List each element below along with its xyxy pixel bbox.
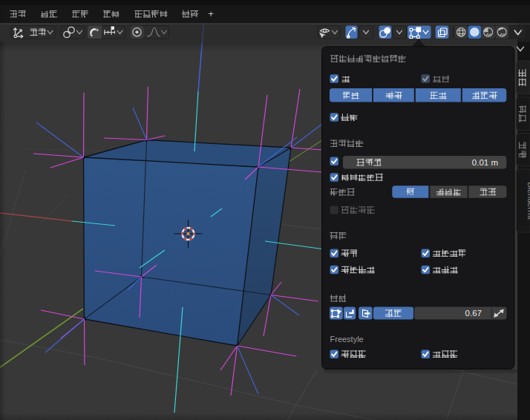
svg-text:0.01 m: 0.01 m — [472, 158, 498, 167]
svg-text:Freestyle: Freestyle — [330, 335, 364, 344]
svg-text:+: + — [208, 8, 214, 19]
svg-text:BlenderKit: BlenderKit — [526, 182, 530, 220]
svg-text:0.67: 0.67 — [465, 309, 482, 318]
